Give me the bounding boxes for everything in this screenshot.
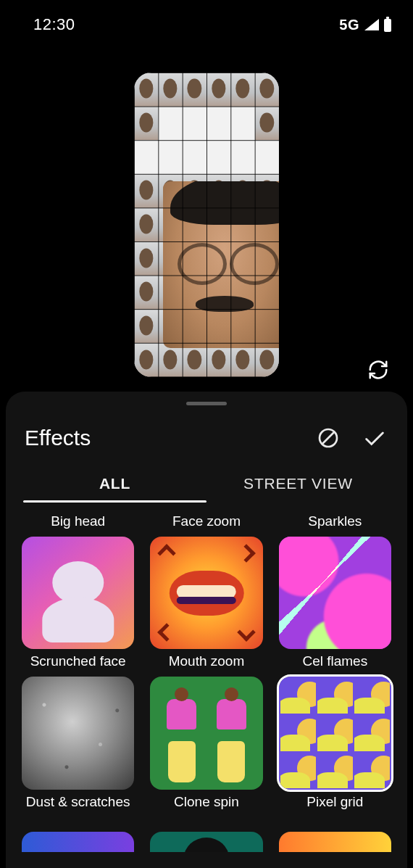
status-bar: 12:30 5G xyxy=(0,0,413,49)
effect-label: Sparkles xyxy=(279,513,391,529)
effect-partial-2[interactable] xyxy=(150,832,262,852)
cell-signal-icon xyxy=(364,18,380,31)
effects-grid[interactable]: Big head Face zoom Sparkles Scrunched fa… xyxy=(6,509,407,868)
preview-area xyxy=(0,73,413,377)
effect-partial-3[interactable] xyxy=(279,832,391,852)
effect-label: Clone spin xyxy=(150,794,262,810)
effects-row-1 xyxy=(22,537,391,649)
svg-rect-0 xyxy=(384,19,391,32)
effect-scrunched-face[interactable] xyxy=(22,537,134,649)
battery-icon xyxy=(383,17,393,33)
effect-clone-spin[interactable] xyxy=(150,677,262,789)
status-time: 12:30 xyxy=(33,15,75,34)
reset-button[interactable] xyxy=(364,355,393,384)
check-icon xyxy=(362,426,387,450)
effect-label: Pixel grid xyxy=(279,794,391,810)
svg-line-3 xyxy=(322,432,334,444)
face-overlay xyxy=(163,181,279,348)
svg-rect-1 xyxy=(386,17,389,19)
effects-row-2-labels: Dust & scratches Clone spin Pixel grid xyxy=(22,794,391,810)
refresh-icon xyxy=(367,359,389,381)
status-indicators: 5G xyxy=(339,17,393,33)
apply-button[interactable] xyxy=(358,421,391,455)
effect-label: Face zoom xyxy=(150,513,262,529)
effect-label: Scrunched face xyxy=(22,653,134,669)
effect-label: Cel flames xyxy=(279,653,391,669)
tab-street-view[interactable]: STREET VIEW xyxy=(206,471,390,503)
tab-all[interactable]: ALL xyxy=(23,471,206,503)
effects-sheet: Effects ALL STREET VIEW Big head Face zo… xyxy=(6,392,407,868)
effects-row-0-labels: Big head Face zoom Sparkles xyxy=(22,513,391,529)
effect-label: Big head xyxy=(22,513,134,529)
effects-row-3-partial xyxy=(22,832,391,852)
sheet-handle[interactable] xyxy=(186,402,227,405)
effects-row-1-labels: Scrunched face Mouth zoom Cel flames xyxy=(22,653,391,669)
sheet-title: Effects xyxy=(25,426,312,450)
effects-row-2 xyxy=(22,677,391,789)
effect-pixel-grid[interactable] xyxy=(279,677,391,789)
network-label: 5G xyxy=(339,17,359,33)
video-preview[interactable] xyxy=(134,73,279,377)
effect-label: Dust & scratches xyxy=(22,794,134,810)
effect-label: Mouth zoom xyxy=(150,653,262,669)
effect-mouth-zoom[interactable] xyxy=(150,537,262,649)
effect-partial-1[interactable] xyxy=(22,832,134,852)
none-icon xyxy=(317,426,340,450)
effect-tabs: ALL STREET VIEW xyxy=(6,471,407,503)
effect-dust-scratches[interactable] xyxy=(22,677,134,789)
clear-effect-button[interactable] xyxy=(312,421,345,455)
sheet-header: Effects xyxy=(6,421,407,471)
effect-cel-flames[interactable] xyxy=(279,537,391,649)
